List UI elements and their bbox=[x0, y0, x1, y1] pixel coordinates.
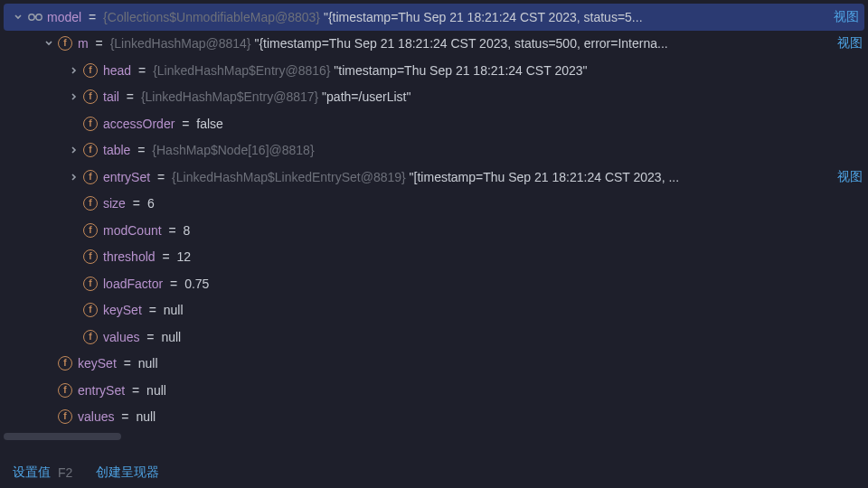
h-scrollbar[interactable] bbox=[0, 432, 868, 441]
var-name: keySet bbox=[103, 303, 142, 317]
tree-row[interactable]: fm = {LinkedHashMap@8814} "{timestamp=Th… bbox=[0, 31, 868, 58]
variable-tree[interactable]: model = {Collections$UnmodifiableMap@880… bbox=[0, 0, 868, 430]
var-name: threshold bbox=[103, 249, 156, 264]
chevron-right-icon[interactable] bbox=[67, 170, 81, 184]
var-name: loadFactor bbox=[103, 277, 163, 291]
tree-row[interactable]: fsize = 6 bbox=[0, 191, 868, 218]
tree-row[interactable]: faccessOrder = false bbox=[0, 110, 868, 137]
chevron-right-icon[interactable] bbox=[67, 63, 81, 78]
tree-row[interactable]: fkeySet = null bbox=[0, 297, 868, 324]
chevron-right-icon[interactable] bbox=[67, 143, 81, 157]
field-icon: f bbox=[83, 249, 98, 264]
var-name: keySet bbox=[78, 356, 117, 371]
var-name: m bbox=[78, 36, 89, 51]
glasses-icon bbox=[27, 9, 43, 25]
var-value: "timestamp=Thu Sep 21 18:21:24 CST 2023" bbox=[334, 63, 587, 78]
field-icon: f bbox=[83, 170, 98, 184]
tree-row[interactable]: fvalues = null bbox=[0, 324, 868, 351]
var-name: entrySet bbox=[103, 170, 150, 184]
var-value: 8 bbox=[184, 223, 191, 238]
var-value: "{timestamp=Thu Sep 21 18:21:24 CST 2023… bbox=[324, 10, 632, 24]
var-value: null bbox=[136, 409, 156, 424]
var-type: {Collections$UnmodifiableMap@8803} bbox=[103, 10, 324, 24]
footer-bar: 设置值 F2 创建呈现器 bbox=[13, 465, 159, 481]
tree-row[interactable]: fvalues = null bbox=[0, 404, 868, 431]
var-name: modCount bbox=[103, 223, 162, 238]
chevron-down-icon[interactable] bbox=[11, 10, 25, 24]
set-value-action[interactable]: 设置值 bbox=[13, 465, 51, 481]
var-value: null bbox=[146, 383, 166, 398]
var-name: model bbox=[47, 10, 81, 24]
tree-row[interactable]: fentrySet = {LinkedHashMap$LinkedEntrySe… bbox=[0, 164, 868, 191]
var-name: table bbox=[103, 143, 130, 157]
field-icon: f bbox=[83, 89, 98, 104]
var-value: "{timestamp=Thu Sep 21 18:21:24 CST 2023… bbox=[254, 36, 657, 51]
var-value: null bbox=[138, 356, 158, 371]
var-type: {LinkedHashMap$Entry@8817} bbox=[141, 89, 322, 104]
var-name: size bbox=[103, 196, 126, 211]
field-icon: f bbox=[83, 330, 98, 344]
tree-row[interactable]: ftail = {LinkedHashMap$Entry@8817} "path… bbox=[0, 84, 868, 111]
field-icon: f bbox=[58, 36, 72, 51]
tree-row[interactable]: fkeySet = null bbox=[0, 351, 868, 378]
var-value: 6 bbox=[147, 196, 155, 211]
var-name: accessOrder bbox=[103, 117, 175, 131]
chevron-right-icon[interactable] bbox=[67, 89, 81, 104]
field-icon: f bbox=[58, 383, 72, 398]
var-type: {LinkedHashMap$Entry@8816} bbox=[153, 63, 334, 78]
create-renderer-action[interactable]: 创建呈现器 bbox=[96, 465, 159, 481]
field-icon: f bbox=[83, 303, 98, 317]
var-value: 0.75 bbox=[184, 277, 209, 291]
var-name: values bbox=[103, 330, 139, 344]
tree-row[interactable]: fmodCount = 8 bbox=[0, 217, 868, 244]
field-icon: f bbox=[58, 409, 72, 424]
var-value: 12 bbox=[177, 249, 192, 264]
var-type: {HashMap$Node[16]@8818} bbox=[152, 143, 314, 157]
var-value: false bbox=[196, 117, 223, 131]
field-icon: f bbox=[83, 117, 98, 131]
chevron-down-icon[interactable] bbox=[42, 36, 56, 51]
field-icon: f bbox=[83, 63, 98, 78]
svg-point-1 bbox=[36, 14, 42, 20]
field-icon: f bbox=[83, 196, 98, 211]
tree-row[interactable]: model = {Collections$UnmodifiableMap@880… bbox=[4, 4, 864, 31]
tree-row[interactable]: fhead = {LinkedHashMap$Entry@8816} "time… bbox=[0, 57, 868, 84]
var-name: entrySet bbox=[78, 383, 125, 398]
var-value: null bbox=[161, 330, 181, 344]
var-value: null bbox=[164, 303, 184, 317]
var-name: head bbox=[103, 63, 131, 78]
view-link[interactable]: 视图 bbox=[834, 35, 863, 52]
field-icon: f bbox=[58, 356, 72, 371]
tree-row[interactable]: ftable = {HashMap$Node[16]@8818} bbox=[0, 137, 868, 164]
var-value: "path=/userList" bbox=[322, 89, 410, 104]
var-name: values bbox=[78, 409, 114, 424]
tree-row[interactable]: fentrySet = null bbox=[0, 377, 868, 404]
var-type: {LinkedHashMap$LinkedEntrySet@8819} bbox=[172, 170, 410, 184]
var-type: {LinkedHashMap@8814} bbox=[110, 36, 255, 51]
var-value: "[timestamp=Thu Sep 21 18:21:24 CST 2023… bbox=[410, 170, 669, 184]
view-link[interactable]: 视图 bbox=[834, 169, 863, 185]
set-value-shortcut: F2 bbox=[58, 465, 72, 480]
tree-row[interactable]: floadFactor = 0.75 bbox=[0, 270, 868, 297]
view-link[interactable]: 视图 bbox=[830, 9, 859, 25]
var-name: tail bbox=[103, 89, 119, 104]
field-icon: f bbox=[83, 277, 98, 291]
svg-point-0 bbox=[29, 14, 34, 20]
field-icon: f bbox=[83, 223, 98, 238]
scrollbar-thumb[interactable] bbox=[4, 433, 121, 440]
field-icon: f bbox=[83, 143, 98, 157]
tree-row[interactable]: fthreshold = 12 bbox=[0, 244, 868, 271]
